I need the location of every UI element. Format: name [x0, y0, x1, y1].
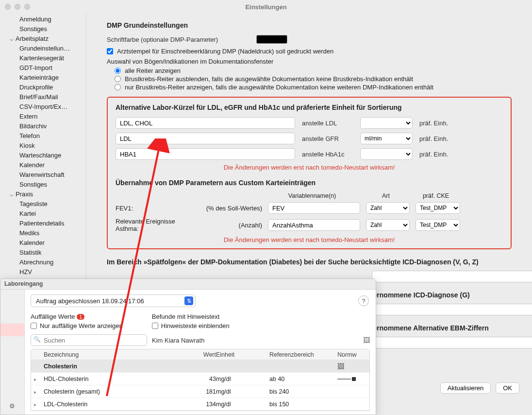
icd-input-2[interactable] — [372, 304, 532, 315]
th-name[interactable]: Bezeichnung — [44, 351, 182, 358]
th-einheit[interactable]: Einheit — [216, 351, 269, 358]
sidebar-group-praxis[interactable]: Praxis — [0, 190, 86, 199]
overlay-title: Laboreingang — [0, 279, 376, 290]
aux-label: Auswahl von Bögen/Indikationen im Dokume… — [107, 58, 512, 65]
sidebar-item[interactable]: Kartenlesegerät — [0, 53, 86, 63]
hba-instead-label: anstelle HbA1c — [302, 151, 353, 158]
altlab-title: Alternative Labor-Kürzel für LDL, eGFR u… — [116, 104, 503, 111]
auftrag-combo[interactable]: Auftrag abgeschlossen 18.09.24 17:06 ⇅ — [31, 294, 196, 307]
stamp-checkbox[interactable] — [107, 48, 113, 54]
overlay-sidebar-highlight[interactable] — [0, 324, 24, 336]
befunde-title: Befunde mit Hinweistext — [152, 313, 230, 320]
pref-unit-label: präf. Einh. — [419, 135, 448, 142]
ok-button[interactable]: OK — [496, 382, 519, 394]
gear-icon[interactable]: ⚙ — [9, 402, 15, 410]
norm-indicator — [337, 377, 366, 381]
overlay-sidebar: ⚙ — [0, 290, 25, 415]
fev-cke-select[interactable]: Test_DMP — [416, 202, 460, 214]
radio-all-tabs[interactable] — [115, 68, 121, 74]
help-button[interactable]: ? — [358, 295, 369, 306]
fev-label: FEV1: — [116, 205, 198, 212]
sidebar-item[interactable]: Karteieinträge — [0, 73, 86, 83]
th-norm[interactable]: Normw — [337, 351, 366, 358]
lab-search-input[interactable] — [31, 334, 147, 346]
sidebar-item[interactable]: GDT-Import — [0, 63, 86, 73]
lab-overlay-window: Laboreingang ⚙ Auftrag abgeschlossen 18.… — [0, 278, 376, 415]
sidebar-item[interactable]: Statistik — [0, 248, 86, 258]
section-dmp-title: DMP Grundeinstellungen — [107, 21, 512, 29]
param-title: Übernahme von DMP Parametern aus Custom … — [116, 179, 503, 187]
image-icon: 🖼 — [337, 363, 366, 370]
sidebar-item[interactable]: Patientendetails — [0, 219, 86, 228]
abnormal-title: Auffällige Werte1 — [31, 313, 123, 320]
sidebar-item[interactable]: Kalender — [0, 160, 86, 170]
sidebar-item[interactable]: Mediks — [0, 228, 86, 238]
auftrag-combo-text: Auftrag abgeschlossen 18.09.24 17:06 — [36, 297, 144, 305]
disclosure-icon[interactable] — [34, 376, 44, 382]
asthma-var-input[interactable] — [268, 219, 360, 231]
col-art: Art — [364, 192, 408, 199]
sidebar-group-arbeitsplatz[interactable]: Arbeitsplatz — [0, 34, 86, 44]
th-ref[interactable]: Referenzbereich — [269, 351, 337, 358]
sidebar-item[interactable]: Extern — [0, 112, 86, 121]
asthma-art-select[interactable]: Zahl — [366, 219, 410, 231]
icd-input-1[interactable] — [372, 271, 532, 282]
table-row[interactable]: LDL-Cholesterin 134 mg/dl bis 150 — [31, 398, 369, 411]
sidebar-item[interactable]: Sonstiges — [0, 24, 86, 34]
col-var: Variablenname(n) — [266, 192, 358, 199]
sidebar-item[interactable]: Grundeinstellun… — [0, 44, 86, 53]
fev-label2: (% des Soll-Wertes) — [204, 205, 262, 212]
sidebar-item[interactable]: Druckprofile — [0, 83, 86, 92]
spaetfolgen-title: Im Bereich »Spätfolgen« der DMP-Dokument… — [107, 258, 512, 266]
disclosure-icon[interactable] — [34, 401, 44, 408]
table-group-row[interactable]: Cholesterin 🖼 — [31, 360, 369, 373]
ldl-alt-input[interactable] — [116, 117, 295, 129]
radio-only-brustkrebs[interactable] — [115, 84, 121, 90]
restart-note: Die Änderungen werden erst nach tomedo-N… — [116, 236, 503, 243]
image-icon[interactable]: 🖼 — [363, 336, 370, 344]
gfr-unit-select[interactable]: ml/min — [360, 133, 413, 144]
sidebar-item[interactable]: CSV-Import/Ex… — [0, 102, 86, 112]
sidebar-item[interactable]: Kiosk — [0, 141, 86, 151]
ldl-instead-label: anstelle LDL — [302, 120, 353, 127]
patient-name: Kim Kiara Nawrath — [152, 337, 204, 344]
sidebar-item[interactable]: Warteschlange — [0, 151, 86, 160]
disclosure-icon[interactable] — [34, 388, 44, 395]
sidebar-item[interactable]: HZV — [0, 267, 86, 277]
stamp-label: Arztstempel für Einschreibeerklärung DMP… — [117, 48, 333, 55]
radio-hide-brustkrebs[interactable] — [115, 76, 121, 82]
combo-arrows-icon: ⇅ — [184, 296, 193, 305]
sidebar-item[interactable]: Kartei — [0, 209, 86, 219]
refresh-button[interactable]: Aktualisieren — [440, 382, 491, 394]
sidebar-item[interactable]: Kalender — [0, 238, 86, 248]
fev-art-select[interactable]: Zahl — [366, 202, 410, 214]
sidebar-item[interactable]: Telefon — [0, 131, 86, 141]
window-title: Einstellungen — [0, 3, 532, 11]
table-row[interactable]: HDL-Cholesterin 43 mg/dl ab 40 — [31, 373, 369, 385]
asthma-label2: (Anzahl) — [204, 222, 262, 229]
abnormal-only-checkbox[interactable] — [31, 323, 37, 329]
abnormal-badge: 1 — [77, 314, 84, 320]
asthma-label: Relevante Ereignisse Asthma: — [116, 218, 198, 232]
sidebar-item[interactable]: Tagesliste — [0, 199, 86, 209]
ebm-input[interactable] — [372, 337, 532, 348]
sidebar-item[interactable]: Brief/Fax/Mail — [0, 92, 86, 102]
fontcolor-picker[interactable] — [256, 35, 287, 44]
sidebar-item[interactable]: Bildarchiv — [0, 121, 86, 131]
gfr-alt-input[interactable] — [116, 133, 295, 144]
hinweistext-checkbox[interactable] — [152, 323, 158, 329]
ldl-unit-select[interactable] — [360, 117, 413, 129]
sidebar-item[interactable]: Warenwirtschaft — [0, 170, 86, 180]
fev-var-input[interactable] — [268, 202, 360, 214]
table-row[interactable]: Cholesterin (gesamt) 181 mg/dl bis 240 — [31, 385, 369, 398]
asthma-cke-select[interactable]: Test_DMP — [416, 219, 460, 231]
fontcolor-label: Schriftfarbe (optionale DMP-Parameter) — [107, 36, 251, 43]
hba-unit-select[interactable] — [360, 148, 413, 160]
pref-unit-label: präf. Einh. — [419, 151, 448, 158]
hba-alt-input[interactable] — [116, 148, 295, 160]
sidebar-item[interactable]: Anmeldung — [0, 15, 86, 24]
col-cke: präf. CKE — [414, 192, 458, 199]
sidebar-item[interactable]: Abrechnung — [0, 258, 86, 267]
th-wert[interactable]: Wert — [182, 351, 216, 358]
sidebar-item[interactable]: Sonstiges — [0, 180, 86, 190]
